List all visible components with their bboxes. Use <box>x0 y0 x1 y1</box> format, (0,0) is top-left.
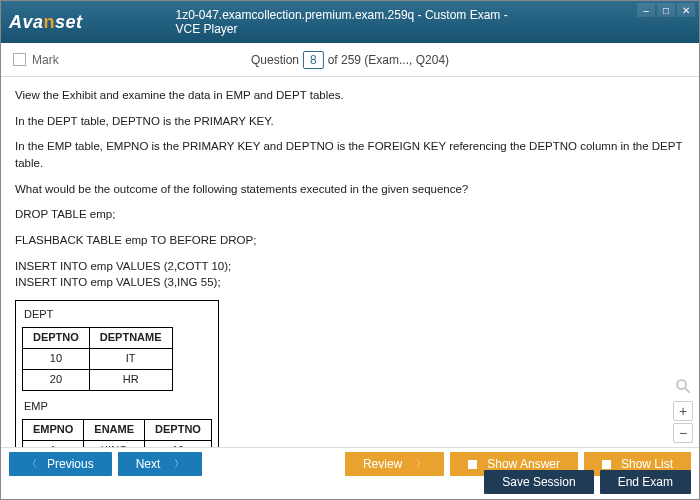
review-label: Review <box>363 457 402 471</box>
table-row: 10 IT <box>23 348 173 369</box>
col-header: DEPTNO <box>23 327 90 348</box>
question-text: In the EMP table, EMPNO is the PRIMARY K… <box>15 138 685 171</box>
logo: Avanset <box>9 12 83 33</box>
table-row: 20 HR <box>23 369 173 390</box>
zoom-in-button[interactable]: + <box>673 401 693 421</box>
magnify-icon[interactable] <box>674 377 692 395</box>
col-header: ENAME <box>84 419 145 440</box>
question-bar: Mark Question 8 of 259 (Exam..., Q204) <box>1 43 699 77</box>
zoom-out-button[interactable]: − <box>673 423 693 443</box>
question-indicator: Question 8 of 259 (Exam..., Q204) <box>251 51 449 69</box>
cell: 10 <box>23 348 90 369</box>
logo-text-n: n <box>44 12 56 32</box>
minimize-button[interactable]: – <box>637 3 655 17</box>
emp-table: EMPNO ENAME DEPTNO 1 KING 10 2 HARI 20 <box>22 419 212 447</box>
cell: 10 <box>145 440 212 447</box>
table-row: 1 KING 10 <box>23 440 212 447</box>
exhibit-tables: DEPT DEPTNO DEPTNAME 10 IT 20 HR EMP <box>15 300 685 447</box>
cell: HR <box>89 369 172 390</box>
titlebar: Avanset 1z0-047.examcollection.premium.e… <box>1 1 699 43</box>
window-title: 1z0-047.examcollection.premium.exam.259q… <box>176 8 525 36</box>
end-exam-label: End Exam <box>618 475 673 489</box>
question-label: Question <box>251 53 299 67</box>
next-label: Next <box>136 457 161 471</box>
next-button[interactable]: Next 〉 <box>118 452 203 476</box>
svg-line-1 <box>685 388 690 393</box>
cell: 1 <box>23 440 84 447</box>
app-window: Avanset 1z0-047.examcollection.premium.e… <box>0 0 700 500</box>
question-text: FLASHBACK TABLE emp TO BEFORE DROP; <box>15 232 685 249</box>
dept-table: DEPTNO DEPTNAME 10 IT 20 HR <box>22 327 173 391</box>
question-number[interactable]: 8 <box>303 51 324 69</box>
mark-label: Mark <box>32 53 59 67</box>
question-total: of 259 (Exam..., Q204) <box>328 53 449 67</box>
table-row: DEPTNO DEPTNAME <box>23 327 173 348</box>
show-list-label: Show List <box>621 457 673 471</box>
chevron-right-icon: 〉 <box>416 457 426 471</box>
previous-button[interactable]: 〈 Previous <box>9 452 112 476</box>
dept-title: DEPT <box>22 305 212 327</box>
question-text: In the DEPT table, DEPTNO is the PRIMARY… <box>15 113 685 130</box>
emp-title: EMP <box>22 397 212 419</box>
question-text: INSERT INTO emp VALUES (3,ING 55); <box>15 274 685 291</box>
cell: IT <box>89 348 172 369</box>
window-controls: – □ ✕ <box>637 3 695 17</box>
col-header: EMPNO <box>23 419 84 440</box>
square-icon <box>602 460 611 469</box>
save-session-button[interactable]: Save Session <box>484 470 593 494</box>
mark-checkbox[interactable] <box>13 53 26 66</box>
square-icon <box>468 460 477 469</box>
question-text: DROP TABLE emp; <box>15 206 685 223</box>
chevron-left-icon: 〈 <box>27 457 37 471</box>
cell: 20 <box>23 369 90 390</box>
zoom-controls: + − <box>673 377 693 443</box>
session-row: Save SessionEnd Exam <box>484 470 691 494</box>
question-text: View the Exhibit and examine the data in… <box>15 87 685 104</box>
col-header: DEPTNAME <box>89 327 172 348</box>
end-exam-button[interactable]: End Exam <box>600 470 691 494</box>
table-row: EMPNO ENAME DEPTNO <box>23 419 212 440</box>
maximize-button[interactable]: □ <box>657 3 675 17</box>
logo-text-pre: Ava <box>9 12 44 32</box>
logo-text-post: set <box>55 12 83 32</box>
question-text: INSERT INTO emp VALUES (2,COTT 10); <box>15 258 685 275</box>
col-header: DEPTNO <box>145 419 212 440</box>
dept-table-wrap: DEPT DEPTNO DEPTNAME 10 IT 20 HR EMP <box>15 300 219 447</box>
svg-point-0 <box>677 380 686 389</box>
review-button[interactable]: Review 〉 <box>345 452 444 476</box>
previous-label: Previous <box>47 457 94 471</box>
cell: KING <box>84 440 145 447</box>
question-content: View the Exhibit and examine the data in… <box>1 77 699 447</box>
save-session-label: Save Session <box>502 475 575 489</box>
show-answer-label: Show Answer <box>487 457 560 471</box>
close-button[interactable]: ✕ <box>677 3 695 17</box>
question-text: What would be the outcome of the followi… <box>15 181 685 198</box>
chevron-right-icon: 〉 <box>174 457 184 471</box>
